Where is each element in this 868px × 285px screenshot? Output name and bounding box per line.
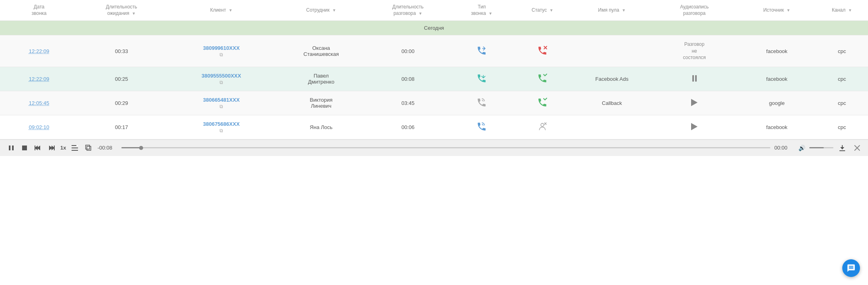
col-duration[interactable]: Длительность разговора ▼	[365, 0, 451, 21]
audio-player-bar: 1x -00:08 00:00 🔊	[0, 139, 868, 156]
call-type-icon	[451, 91, 512, 115]
volume-icon: 🔊	[798, 145, 805, 151]
table-row: 12:05:45 00:29 380665481XXX ⧉ Виктория Л…	[0, 91, 868, 115]
svg-rect-15	[72, 148, 78, 148]
call-source: facebook	[738, 35, 816, 67]
call-duration: 00:06	[365, 115, 451, 139]
missed-gray-icon	[537, 121, 548, 132]
player-end-time: 00:00	[774, 145, 794, 151]
call-client: 3809555500XXX ⧉	[165, 67, 278, 91]
player-stop-button[interactable]	[20, 144, 29, 152]
player-menu-button[interactable]	[70, 144, 80, 152]
call-date[interactable]: 12:22:09	[0, 35, 78, 67]
answered-call-icon	[537, 73, 548, 84]
svg-point-2	[541, 123, 544, 127]
call-source: facebook	[738, 115, 816, 139]
filter-source-icon[interactable]: ▼	[786, 8, 790, 13]
missed-call-icon	[537, 45, 548, 56]
call-channel: срс	[816, 115, 868, 139]
call-pool	[573, 115, 651, 139]
col-employee[interactable]: Сотрудник ▼	[278, 0, 365, 21]
copy-phone-icon[interactable]: ⧉	[168, 104, 275, 109]
player-speed-label[interactable]: 1x	[60, 145, 66, 151]
call-channel: срс	[816, 91, 868, 115]
audio-pause-button[interactable]	[692, 75, 697, 82]
player-copy-button[interactable]	[84, 144, 93, 152]
player-progress-thumb[interactable]	[139, 146, 143, 150]
call-audio[interactable]	[651, 67, 738, 91]
filter-client-icon[interactable]: ▼	[228, 8, 232, 13]
player-pause-button[interactable]	[6, 144, 16, 152]
filter-pool-icon[interactable]: ▼	[622, 8, 626, 13]
audio-play-button[interactable]	[691, 99, 698, 106]
volume-bar[interactable]	[809, 147, 833, 148]
call-duration: 03:45	[365, 91, 451, 115]
call-status-icon	[512, 115, 573, 139]
filter-status-icon[interactable]: ▼	[550, 8, 554, 13]
col-date: Дата звонка	[0, 0, 78, 21]
table-row: 09:02:10 00:17 380675686XXX ⧉ Яна Лось 0…	[0, 115, 868, 139]
table-row: 12:22:09 00:25 3809555500XXX ⧉ Павел Дми…	[0, 67, 868, 91]
section-today: Сегодня	[0, 21, 868, 35]
copy-phone-icon[interactable]: ⧉	[168, 128, 275, 133]
call-client: 380665481XXX ⧉	[165, 91, 278, 115]
call-client: 380999610XXX ⧉	[165, 35, 278, 67]
call-duration: 00:08	[365, 67, 451, 91]
call-status-icon	[512, 91, 573, 115]
call-date[interactable]: 09:02:10	[0, 115, 78, 139]
col-client[interactable]: Клиент ▼	[165, 0, 278, 21]
filter-duration-icon[interactable]: ▼	[419, 11, 423, 16]
call-status-icon	[512, 35, 573, 67]
call-client: 380675686XXX ⧉	[165, 115, 278, 139]
call-duration: 00:00	[365, 35, 451, 67]
call-employee: Виктория Линевич	[278, 91, 365, 115]
call-status-icon	[512, 67, 573, 91]
call-wait: 00:33	[78, 35, 165, 67]
call-type-icon	[451, 35, 512, 67]
call-type-icon	[451, 115, 512, 139]
call-date[interactable]: 12:05:45	[0, 91, 78, 115]
call-wait: 00:17	[78, 115, 165, 139]
call-employee: Оксана Станишевская	[278, 35, 365, 67]
call-audio[interactable]	[651, 115, 738, 139]
col-type[interactable]: Тип звонка ▼	[451, 0, 512, 21]
player-download-button[interactable]	[837, 144, 847, 152]
call-pool	[573, 35, 651, 67]
col-channel[interactable]: Канал ▼	[816, 0, 868, 21]
player-skip-back-button[interactable]	[33, 144, 43, 152]
call-employee: Яна Лось	[278, 115, 365, 139]
call-channel: срс	[816, 35, 868, 67]
svg-rect-22	[839, 150, 845, 151]
call-employee: Павел Дмитренко	[278, 67, 365, 91]
filter-employee-icon[interactable]: ▼	[332, 8, 336, 13]
svg-rect-18	[87, 146, 91, 150]
incoming-call-icon	[476, 73, 487, 84]
svg-rect-6	[12, 146, 14, 150]
call-source: google	[738, 91, 816, 115]
col-source[interactable]: Источник ▼	[738, 0, 816, 21]
call-wait: 00:25	[78, 67, 165, 91]
svg-rect-17	[76, 145, 78, 146]
col-pool[interactable]: Имя пула ▼	[573, 0, 651, 21]
outgoing-call-icon	[476, 45, 487, 56]
copy-phone-icon[interactable]: ⧉	[168, 80, 275, 85]
filter-type-icon[interactable]: ▼	[488, 11, 492, 16]
call-audio: Разговор не состоялся	[651, 35, 738, 67]
call-wait: 00:29	[78, 91, 165, 115]
player-skip-forward-button[interactable]	[47, 144, 56, 152]
audio-play-button[interactable]	[691, 123, 698, 130]
filter-wait-icon[interactable]: ▼	[132, 11, 136, 16]
call-date[interactable]: 12:22:09	[0, 67, 78, 91]
svg-rect-7	[22, 146, 27, 150]
player-close-button[interactable]	[853, 144, 862, 152]
filter-channel-icon[interactable]: ▼	[848, 8, 852, 13]
call-audio[interactable]	[651, 91, 738, 115]
svg-rect-19	[86, 145, 90, 149]
player-progress-bar[interactable]	[121, 147, 770, 148]
incoming-call-gray-icon	[476, 97, 487, 108]
svg-rect-5	[9, 146, 10, 150]
col-wait[interactable]: Длительность ожидания ▼	[78, 0, 165, 21]
call-pool: Facebook Ads	[573, 67, 651, 91]
col-status[interactable]: Статус ▼	[512, 0, 573, 21]
copy-phone-icon[interactable]: ⧉	[168, 52, 275, 57]
